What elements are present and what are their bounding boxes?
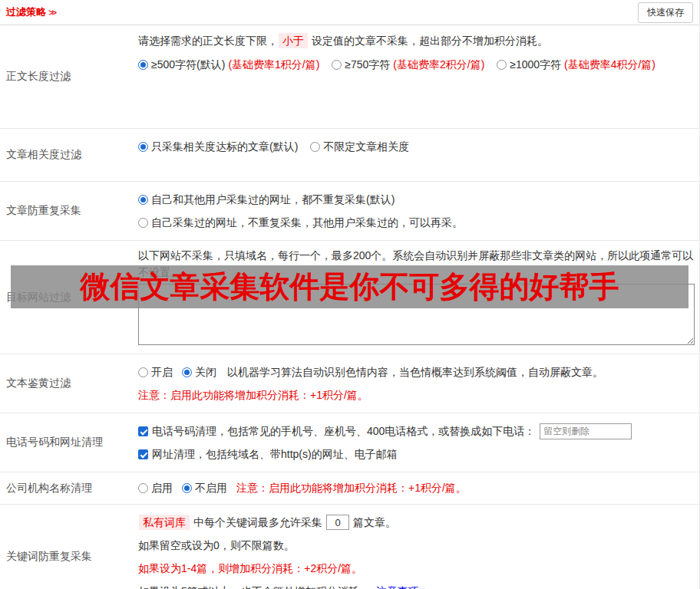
row-porn-filter: 文本鉴黄过滤 开启 关闭 以机器学习算法自动识别色情内容，当色情概率达到系统阈值… xyxy=(0,354,699,413)
relevance-filter-label: 文章相关度过滤 xyxy=(0,129,138,181)
line1-text: 中每个关键词最多允许采集 xyxy=(193,511,322,534)
row-keyword-dedup: 关键词防重复采集 私有词库 中每个关键词最多允许采集 篇文章。 如果留空或设为0… xyxy=(0,505,699,589)
row-company-cleanup: 公司机构名称清理 启用 不启用 注意：启用此功能将增加积分消耗：+1积分/篇。 xyxy=(0,472,699,505)
porn-filter-desc: 以机器学习算法自动识别色情内容，当色情概率达到系统阈值，自动屏蔽文章。 xyxy=(227,360,603,383)
radio-length-1000[interactable]: ≥1000字符 (基础费率4积分/篇) xyxy=(497,53,655,76)
keyword-dedup-label: 关键词防重复采集 xyxy=(0,505,138,589)
dedup-filter-content: 自己和其他用户采集过的网址，都不重复采集(默认) 自己采集过的网址，不重复采集，… xyxy=(138,182,699,240)
keyword-dedup-content: 私有词库 中每个关键词最多允许采集 篇文章。 如果留空或设为0，则不限篇数。 如… xyxy=(138,505,699,589)
radio-icon xyxy=(138,218,148,228)
option-text: 自己和其他用户采集过的网址，都不重复采集(默认) xyxy=(151,188,395,211)
option-text: 不启用 xyxy=(195,482,227,495)
radio-selected-icon xyxy=(182,483,192,493)
option-text: 关闭 xyxy=(195,360,216,383)
radio-length-750[interactable]: ≥750字符 (基础费率2积分/篇) xyxy=(332,53,484,76)
radio-selected-icon xyxy=(138,195,148,205)
option-text: 不限定文章相关度 xyxy=(323,135,409,158)
length-filter-content: 请选择需求的正文长度下限， 小于 设定值的文章不采集，超出部分不增加积分消耗。 … xyxy=(138,25,699,128)
line1-suffix: 篇文章。 xyxy=(353,511,396,534)
porn-filter-options-line: 开启 关闭 以机器学习算法自动识别色情内容，当色情概率达到系统阈值，自动屏蔽文章… xyxy=(138,360,695,383)
notes-link[interactable]: 注意事项≫ xyxy=(376,580,431,589)
company-cleanup-content: 启用 不启用 注意：启用此功能将增加积分消耗：+1积分/篇。 xyxy=(138,472,699,504)
row-dedup-filter: 文章防重复采集 自己和其他用户采集过的网址，都不重复采集(默认) 自己采集过的网… xyxy=(0,182,699,241)
target-site-filter-content: 以下网站不采集，只填域名，每行一个，最多200个。系统会自动识别并屏蔽那些非文章… xyxy=(138,241,699,354)
private-lexicon-badge: 私有词库 xyxy=(139,515,190,530)
checkbox-phone-cleanup[interactable]: 电话号码清理，包括常见的手机号、座机号、400电话格式，或替换成如下电话： xyxy=(138,420,632,443)
option-note: (基础费率1积分/篇) xyxy=(228,53,319,76)
filter-strategy-page: 过滤策略≫ 快速保存 正文长度过滤 请选择需求的正文长度下限， 小于 设定值的文… xyxy=(0,0,700,589)
replacement-phone-input[interactable] xyxy=(540,423,632,439)
radio-relevance-any[interactable]: 不限定文章相关度 xyxy=(310,135,409,158)
option-text: ≥1000字符 xyxy=(510,53,561,76)
radio-selected-icon xyxy=(182,367,192,377)
option-text: 只采集相关度达标的文章(默认) xyxy=(151,135,298,158)
radio-icon xyxy=(497,60,507,70)
option-text: 自己采集过的网址，不重复采集，其他用户采集过的，可以再采。 xyxy=(151,211,463,234)
radio-length-500[interactable]: ≥500字符(默认) (基础费率1积分/篇) xyxy=(138,53,319,76)
radio-company-enable[interactable]: 启用 xyxy=(138,482,173,495)
target-site-filter-label: 目标网站过滤 xyxy=(0,241,138,354)
radio-company-disable[interactable]: 不启用 xyxy=(182,482,227,495)
option-note: (基础费率4积分/篇) xyxy=(564,53,655,76)
double-chevron-icon: ≫ xyxy=(48,8,58,17)
page-title-text: 过滤策略 xyxy=(6,6,46,18)
desc-text-before: 请选择需求的正文长度下限， xyxy=(138,32,278,49)
checkbox-checked-icon xyxy=(138,426,148,436)
option-text: 开启 xyxy=(151,360,173,383)
quick-save-button[interactable]: 快速保存 xyxy=(638,2,693,23)
topbar: 过滤策略≫ 快速保存 xyxy=(0,0,699,25)
radio-relevance-strict[interactable]: 只采集相关度达标的文章(默认) xyxy=(138,135,298,158)
blocked-sites-textarea[interactable] xyxy=(138,284,695,345)
relevance-filter-content: 只采集相关度达标的文章(默认) 不限定文章相关度 xyxy=(138,129,699,181)
row-target-site-filter: 目标网站过滤 以下网站不采集，只填域名，每行一个，最多200个。系统会自动识别并… xyxy=(0,241,699,354)
keyword-dedup-line1: 私有词库 中每个关键词最多允许采集 篇文章。 xyxy=(138,511,695,534)
phone-url-cleanup-label: 电话号码和网址清理 xyxy=(0,413,138,472)
keyword-dedup-line2: 如果留空或设为0，则不限篇数。 xyxy=(138,534,695,557)
length-filter-desc: 请选择需求的正文长度下限， 小于 设定值的文章不采集，超出部分不增加积分消耗。 xyxy=(138,31,695,50)
option-text: ≥500字符(默认) xyxy=(151,53,225,76)
radio-dedup-own[interactable]: 自己采集过的网址，不重复采集，其他用户采集过的，可以再采。 xyxy=(138,211,463,234)
option-text: 网址清理，包括纯域名、带http(s)的网址、电子邮箱 xyxy=(152,443,398,466)
keyword-dedup-line4: 如果设为5篇或以上，也不会额外增加积分消耗。 注意事项≫ xyxy=(138,580,695,589)
radio-icon xyxy=(138,367,148,377)
line4-text: 如果设为5篇或以上，也不会额外增加积分消耗。 xyxy=(138,580,370,589)
radio-icon xyxy=(332,60,342,70)
company-cleanup-warning: 注意：启用此功能将增加积分消耗：+1积分/篇。 xyxy=(236,482,467,495)
radio-selected-icon xyxy=(138,60,148,70)
row-relevance-filter: 文章相关度过滤 只采集相关度达标的文章(默认) 不限定文章相关度 xyxy=(0,129,699,182)
dedup-filter-label: 文章防重复采集 xyxy=(0,182,138,240)
radio-icon xyxy=(138,483,148,493)
option-note: (基础费率2积分/篇) xyxy=(393,53,484,76)
length-filter-label: 正文长度过滤 xyxy=(0,25,138,128)
radio-selected-icon xyxy=(138,142,148,152)
max-articles-input[interactable] xyxy=(326,515,349,530)
radio-dedup-global[interactable]: 自己和其他用户采集过的网址，都不重复采集(默认) xyxy=(138,188,395,211)
page-title[interactable]: 过滤策略≫ xyxy=(6,5,58,19)
porn-filter-content: 开启 关闭 以机器学习算法自动识别色情内容，当色情概率达到系统阈值，自动屏蔽文章… xyxy=(138,354,699,413)
phone-url-cleanup-content: 电话号码清理，包括常见的手机号、座机号、400电话格式，或替换成如下电话： 网址… xyxy=(138,413,699,472)
keyword-dedup-line3: 如果设为1-4篇，则增加积分消耗：+2积分/篇。 xyxy=(138,557,695,580)
company-cleanup-label: 公司机构名称清理 xyxy=(0,472,138,504)
row-length-filter: 正文长度过滤 请选择需求的正文长度下限， 小于 设定值的文章不采集，超出部分不增… xyxy=(0,25,699,129)
checkbox-checked-icon xyxy=(138,449,148,459)
option-text: ≥750字符 xyxy=(345,53,390,76)
less-than-badge: 小于 xyxy=(279,33,308,48)
checkbox-url-cleanup[interactable]: 网址清理，包括纯域名、带http(s)的网址、电子邮箱 xyxy=(138,443,398,466)
desc-text-after: 设定值的文章不采集，超出部分不增加积分消耗。 xyxy=(312,32,548,49)
radio-porn-on[interactable]: 开启 xyxy=(138,360,173,383)
radio-porn-off[interactable]: 关闭 xyxy=(182,360,216,383)
option-text: 电话号码清理，包括常见的手机号、座机号、400电话格式，或替换成如下电话： xyxy=(152,420,535,443)
option-text: 启用 xyxy=(151,482,173,495)
row-phone-url-cleanup: 电话号码和网址清理 电话号码清理，包括常见的手机号、座机号、400电话格式，或替… xyxy=(0,413,699,472)
porn-filter-label: 文本鉴黄过滤 xyxy=(0,354,138,413)
radio-icon xyxy=(310,142,320,152)
porn-filter-warning: 注意：启用此功能将增加积分消耗：+1积分/篇。 xyxy=(138,383,695,406)
target-site-desc: 以下网站不采集，只填域名，每行一个，最多200个。系统会自动识别并屏蔽那些非文章… xyxy=(138,247,695,281)
